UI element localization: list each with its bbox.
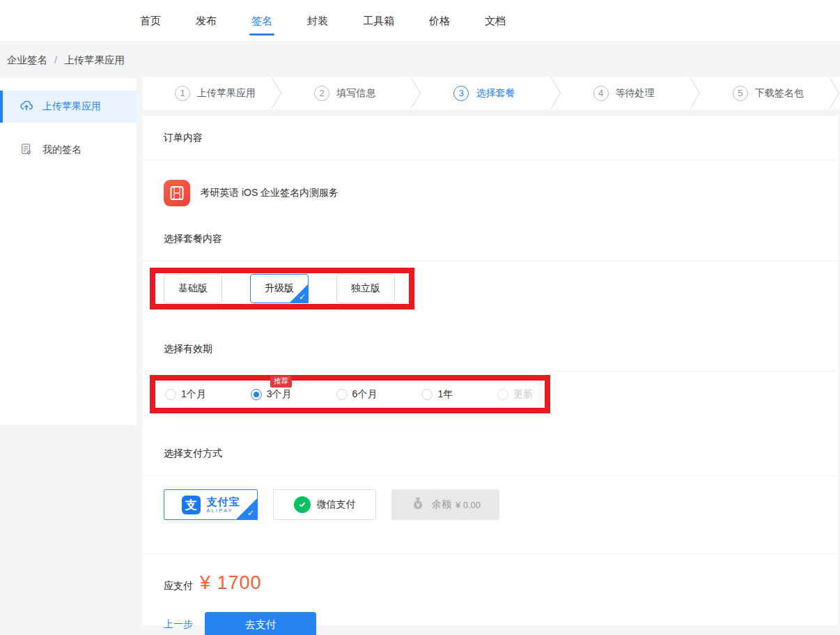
radio-icon <box>165 389 176 400</box>
validity-option-label: 更新 <box>513 388 533 401</box>
chevron-right-icon <box>690 77 701 109</box>
nav-item-signature[interactable]: 签名 <box>251 0 272 42</box>
wechat-pay-icon <box>294 496 311 513</box>
validity-option-1month[interactable]: 1个月 <box>165 388 206 401</box>
sidebar-item-my-signatures[interactable]: 我的签名 <box>0 134 137 166</box>
step-number: 3 <box>453 86 469 101</box>
wizard-step-5: 5 下载签名包 <box>701 77 840 109</box>
validity-option-1year[interactable]: 1年 <box>421 388 453 401</box>
breadcrumb-separator: / <box>54 54 57 66</box>
film-icon <box>164 180 190 206</box>
step-label: 等待处理 <box>616 87 655 100</box>
step-wizard: 1 上传苹果应用 2 填写信息 3 选择套餐 4 等待处理 5 下载签名包 <box>143 77 840 109</box>
step-label: 填写信息 <box>336 87 375 100</box>
validity-option-label: 6个月 <box>352 388 378 401</box>
sidebar-item-upload-app[interactable]: 上传苹果应用 <box>0 91 137 123</box>
annotation-box-validity: 推荐 1个月 3个月 6个月 1年 更新 <box>150 375 550 413</box>
selected-check-icon <box>235 498 258 520</box>
step-label: 选择套餐 <box>476 87 515 100</box>
breadcrumb: 企业签名 / 上传苹果应用 <box>0 42 840 78</box>
breadcrumb-root[interactable]: 企业签名 <box>7 54 47 67</box>
sidebar-item-label: 上传苹果应用 <box>42 100 101 113</box>
go-to-pay-button[interactable]: 去支付 <box>205 612 316 635</box>
chevron-right-icon <box>271 77 282 109</box>
step-label: 上传苹果应用 <box>197 87 256 100</box>
balance-label: 余额 <box>432 498 451 511</box>
step-number: 1 <box>175 86 190 101</box>
breadcrumb-current: 上传苹果应用 <box>64 54 125 67</box>
payable-label: 应支付 <box>164 580 193 592</box>
chevron-right-icon <box>829 77 840 109</box>
balance-amount: ¥ 0.00 <box>456 500 481 510</box>
selected-check-icon <box>289 284 309 303</box>
package-section-title: 选择套餐内容 <box>143 220 838 261</box>
payment-section-title: 选择支付方式 <box>143 431 838 476</box>
money-bag-icon: ¥ <box>410 496 426 514</box>
validity-option-6months[interactable]: 6个月 <box>336 388 378 401</box>
package-option-standalone[interactable]: 独立版 <box>336 274 395 303</box>
validity-option-label: 1年 <box>437 388 453 401</box>
wizard-step-4: 4 等待处理 <box>561 77 701 109</box>
validity-option-renew-disabled: 更新 <box>497 388 533 401</box>
main-panel: 订单内容 考研英语 iOS 企业签名内测服务 选择套餐内容 基础版 升级版 独立… <box>143 116 838 625</box>
wizard-step-1: 1 上传苹果应用 <box>143 77 282 109</box>
step-number: 5 <box>733 86 748 101</box>
order-footer: 应支付 ¥ 1700 上一步 去支付 <box>143 554 838 635</box>
step-label: 下载签名包 <box>755 87 804 100</box>
nav-item-pricing[interactable]: 价格 <box>429 0 450 42</box>
signature-doc-icon <box>20 142 33 158</box>
nav-item-toolbox[interactable]: 工具箱 <box>363 0 394 42</box>
payment-option-wechat[interactable]: 微信支付 <box>273 489 376 520</box>
payment-options-row: 支 支付宝 ALIPAY 微信支付 ¥ <box>143 476 838 554</box>
annotation-box-package: 基础版 升级版 独立版 <box>150 268 414 309</box>
nav-item-home[interactable]: 首页 <box>140 0 161 42</box>
order-app-row: 考研英语 iOS 企业签名内测服务 <box>143 160 838 220</box>
package-option-upgrade-selected[interactable]: 升级版 <box>250 274 309 303</box>
package-option-basic[interactable]: 基础版 <box>164 274 222 303</box>
alipay-logo-icon: 支 <box>182 496 201 514</box>
nav-item-package[interactable]: 封装 <box>307 0 328 42</box>
nav-item-docs[interactable]: 文档 <box>485 0 506 42</box>
radio-selected-icon <box>251 389 262 400</box>
validity-option-3months-selected[interactable]: 3个月 <box>251 388 292 401</box>
validity-option-label: 3个月 <box>267 388 292 401</box>
step-number: 2 <box>314 86 329 101</box>
validity-option-label: 1个月 <box>181 388 206 401</box>
order-app-name: 考研英语 iOS 企业签名内测服务 <box>200 187 339 199</box>
validity-section-title: 选择有效期 <box>143 327 838 372</box>
sidebar-item-label: 我的签名 <box>42 144 81 156</box>
step-number: 4 <box>593 86 609 101</box>
top-nav: 首页 发布 签名 封装 工具箱 价格 文档 <box>0 0 840 42</box>
order-section-title: 订单内容 <box>143 116 838 160</box>
sidebar: 上传苹果应用 我的签名 <box>0 78 137 425</box>
radio-icon <box>421 389 433 400</box>
payment-option-balance-disabled: ¥ 余额 ¥ 0.00 <box>391 489 499 520</box>
radio-disabled-icon <box>497 389 508 400</box>
svg-text:¥: ¥ <box>416 502 419 509</box>
wechat-pay-label: 微信支付 <box>317 498 356 511</box>
wizard-step-3-active: 3 选择套餐 <box>421 77 561 109</box>
recommended-badge: 推荐 <box>270 376 292 388</box>
chevron-right-icon <box>550 77 561 109</box>
payable-amount: ¥ 1700 <box>200 572 262 594</box>
previous-step-link[interactable]: 上一步 <box>164 618 193 631</box>
cloud-upload-icon <box>20 99 33 115</box>
chevron-right-icon <box>410 77 421 109</box>
wizard-step-2: 2 填写信息 <box>282 77 421 109</box>
payment-option-alipay-selected[interactable]: 支 支付宝 ALIPAY <box>164 489 258 520</box>
radio-icon <box>336 389 348 400</box>
nav-item-publish[interactable]: 发布 <box>196 0 217 42</box>
